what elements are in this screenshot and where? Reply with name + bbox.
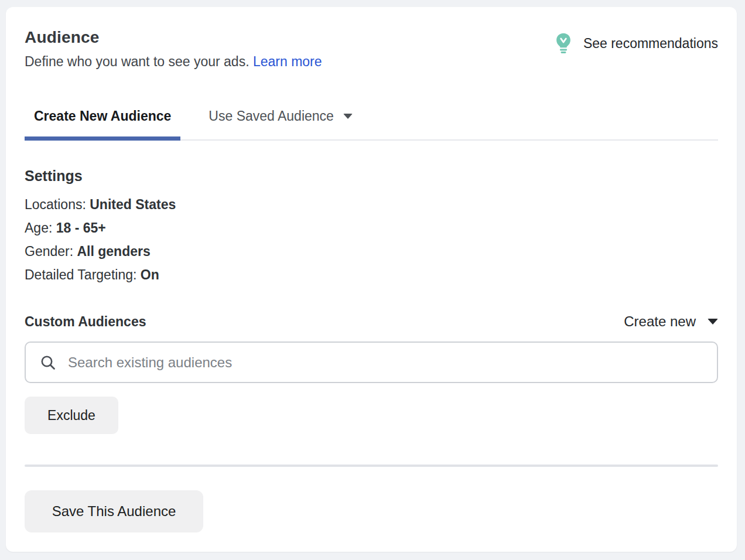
see-recommendations-button[interactable]: See recommendations [553, 32, 718, 55]
settings-value: United States [90, 197, 176, 212]
settings-label: Detailed Targeting: [25, 267, 136, 282]
settings-value: All genders [77, 244, 151, 259]
settings-row-age: Age: 18 - 65+ [25, 216, 718, 240]
audience-panel: Audience Define who you want to see your… [6, 7, 737, 552]
see-recommendations-label: See recommendations [583, 36, 718, 52]
settings-row-detailed-targeting: Detailed Targeting: On [25, 263, 718, 286]
custom-audiences-heading: Custom Audiences [25, 314, 146, 330]
settings-label: Age: [25, 220, 52, 235]
header-text-block: Audience Define who you want to see your… [25, 28, 322, 70]
settings-row-locations: Locations: United States [25, 193, 718, 216]
page-subtitle: Define who you want to see your ads. Lea… [25, 54, 322, 70]
learn-more-link[interactable]: Learn more [253, 54, 322, 69]
settings-row-gender: Gender: All genders [25, 240, 718, 263]
create-new-label: Create new [624, 313, 696, 330]
section-divider [25, 465, 718, 467]
lightbulb-icon [553, 32, 574, 55]
save-this-audience-button[interactable]: Save This Audience [25, 490, 203, 532]
audience-search-box [25, 342, 718, 383]
subtitle-text: Define who you want to see your ads. [25, 54, 250, 69]
settings-label: Locations: [25, 197, 86, 212]
tab-use-saved-audience-label: Use Saved Audience [209, 108, 334, 124]
search-existing-audiences-input[interactable] [68, 354, 703, 371]
search-icon [40, 354, 56, 371]
create-new-dropdown[interactable]: Create new [624, 313, 718, 330]
caret-down-icon [343, 114, 353, 119]
caret-down-icon [708, 319, 718, 325]
header: Audience Define who you want to see your… [25, 28, 718, 70]
tab-create-new-audience[interactable]: Create New Audience [25, 108, 180, 139]
settings-summary: Locations: United States Age: 18 - 65+ G… [25, 193, 718, 286]
exclude-button[interactable]: Exclude [25, 397, 118, 434]
tab-use-saved-audience[interactable]: Use Saved Audience [199, 108, 362, 139]
settings-heading: Settings [25, 168, 718, 185]
custom-audiences-header-row: Custom Audiences Create new [25, 313, 718, 330]
page-title: Audience [25, 28, 322, 47]
settings-label: Gender: [25, 244, 73, 259]
audience-tabs: Create New Audience Use Saved Audience [25, 108, 718, 141]
tab-create-new-audience-label: Create New Audience [34, 108, 171, 124]
settings-value: On [141, 267, 159, 282]
settings-value: 18 - 65+ [56, 220, 106, 235]
